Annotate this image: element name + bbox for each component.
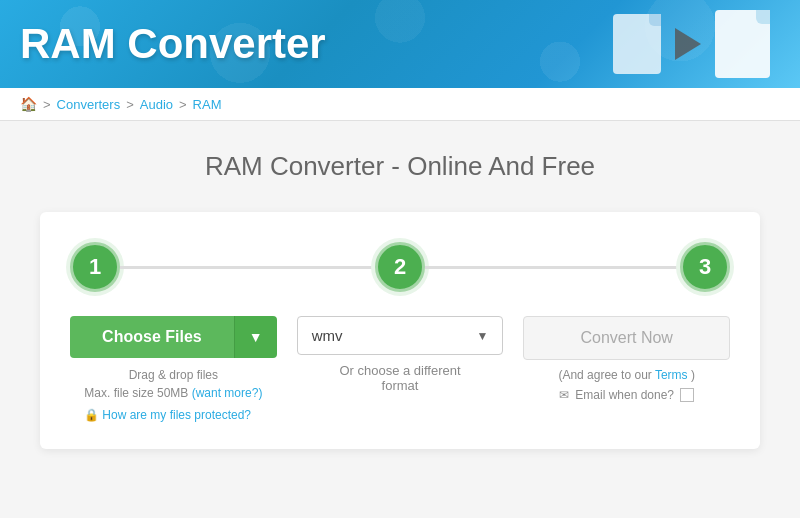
breadcrumb-converters[interactable]: Converters bbox=[57, 97, 121, 112]
step-connector-1-2 bbox=[120, 266, 375, 269]
page-title: RAM Converter - Online And Free bbox=[40, 151, 760, 182]
lock-icon: 🔒 bbox=[84, 406, 99, 424]
want-more-link[interactable]: (want more?) bbox=[192, 386, 263, 400]
home-icon[interactable]: 🏠 bbox=[20, 96, 37, 112]
agree-close: ) bbox=[691, 368, 695, 382]
play-arrow-icon bbox=[675, 28, 701, 60]
breadcrumb-ram[interactable]: RAM bbox=[193, 97, 222, 112]
choose-files-section: Choose Files ▼ Drag & drop files Max. fi… bbox=[70, 316, 277, 424]
choose-files-button-group[interactable]: Choose Files ▼ bbox=[70, 316, 277, 358]
step-3-number: 3 bbox=[699, 254, 711, 280]
file-icon-foreground bbox=[715, 10, 770, 78]
email-checkbox[interactable] bbox=[680, 388, 694, 402]
dropdown-arrow-icon: ▼ bbox=[476, 329, 488, 343]
email-row: ✉ Email when done? bbox=[559, 388, 694, 402]
header-banner: RAM Converter bbox=[0, 0, 800, 88]
breadcrumb: 🏠 > Converters > Audio > RAM bbox=[0, 88, 800, 121]
choose-files-dropdown-button[interactable]: ▼ bbox=[234, 316, 277, 358]
step-3-circle: 3 bbox=[680, 242, 730, 292]
steps-container: 1 2 3 bbox=[70, 242, 730, 292]
convert-section: Convert Now (And agree to our Terms ) ✉ … bbox=[523, 316, 730, 402]
breadcrumb-sep-2: > bbox=[126, 97, 134, 112]
format-dropdown[interactable]: wmv ▼ bbox=[297, 316, 504, 355]
email-icon: ✉ bbox=[559, 388, 569, 402]
files-protected-link[interactable]: 🔒 How are my files protected? bbox=[84, 406, 262, 424]
convert-now-button[interactable]: Convert Now bbox=[523, 316, 730, 360]
file-info: Drag & drop files Max. file size 50MB (w… bbox=[84, 366, 262, 424]
choose-files-main-button[interactable]: Choose Files bbox=[70, 316, 234, 358]
breadcrumb-sep-1: > bbox=[43, 97, 51, 112]
breadcrumb-audio[interactable]: Audio bbox=[140, 97, 173, 112]
main-content: RAM Converter - Online And Free 1 2 3 bbox=[0, 121, 800, 518]
drag-drop-text: Drag & drop files bbox=[84, 366, 262, 384]
step-1-circle: 1 bbox=[70, 242, 120, 292]
step-1-node: 1 bbox=[70, 242, 120, 292]
format-value: wmv bbox=[312, 327, 343, 344]
header-icon-area bbox=[613, 10, 770, 78]
controls-row: Choose Files ▼ Drag & drop files Max. fi… bbox=[70, 316, 730, 424]
step-connector-2-3 bbox=[425, 266, 680, 269]
email-label: Email when done? bbox=[575, 388, 674, 402]
max-size-text: Max. file size 50MB (want more?) bbox=[84, 384, 262, 402]
format-label: Or choose a differentformat bbox=[339, 363, 460, 393]
header-title: RAM Converter bbox=[20, 20, 326, 68]
step-2-circle: 2 bbox=[375, 242, 425, 292]
step-3-node: 3 bbox=[680, 242, 730, 292]
file-icon-background bbox=[613, 14, 661, 74]
format-section: wmv ▼ Or choose a differentformat bbox=[297, 316, 504, 393]
convert-info: (And agree to our Terms ) bbox=[558, 368, 695, 382]
step-1-number: 1 bbox=[89, 254, 101, 280]
converter-card: 1 2 3 Choose Files ▼ bbox=[40, 212, 760, 449]
step-2-node: 2 bbox=[375, 242, 425, 292]
agree-text: (And agree to our bbox=[558, 368, 651, 382]
step-2-number: 2 bbox=[394, 254, 406, 280]
terms-link[interactable]: Terms bbox=[655, 368, 688, 382]
breadcrumb-sep-3: > bbox=[179, 97, 187, 112]
